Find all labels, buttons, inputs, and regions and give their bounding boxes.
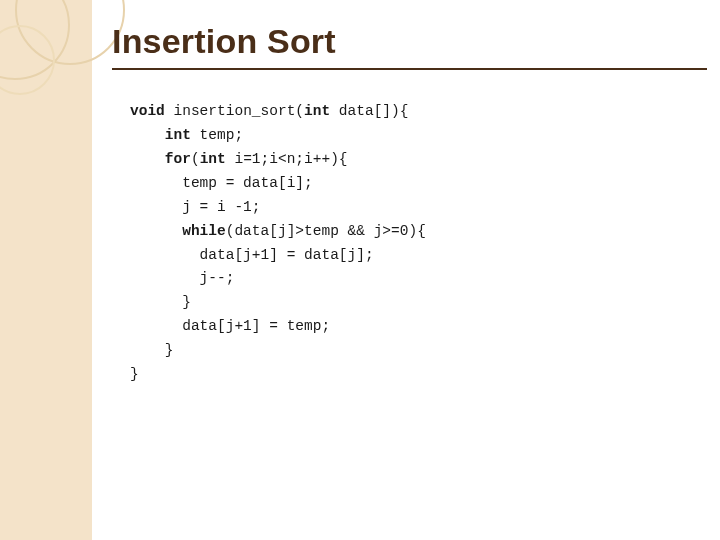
title-underline: [112, 68, 707, 70]
code-keyword: int: [304, 103, 330, 119]
code-text: }: [130, 342, 174, 358]
code-text: data[j+1] = data[j];: [130, 247, 374, 263]
code-text: (data[j]>temp && j>=0){: [226, 223, 426, 239]
code-text: data[]){: [330, 103, 408, 119]
code-text: (: [191, 151, 200, 167]
code-text: i=1;i<n;i++){: [226, 151, 348, 167]
code-text: }: [130, 366, 139, 382]
code-text: temp = data[i];: [130, 175, 313, 191]
code-keyword: for: [130, 151, 191, 167]
left-vertical-band: [0, 0, 92, 540]
code-keyword: while: [130, 223, 226, 239]
code-text: insertion_sort(: [165, 103, 304, 119]
slide-title: Insertion Sort: [112, 22, 336, 61]
code-text: data[j+1] = temp;: [130, 318, 330, 334]
code-text: }: [130, 294, 191, 310]
code-text: j--;: [130, 270, 234, 286]
code-keyword: int: [130, 127, 191, 143]
code-text: temp;: [191, 127, 243, 143]
code-keyword: void: [130, 103, 165, 119]
slide: Insertion Sort void insertion_sort(int d…: [0, 0, 720, 540]
code-block: void insertion_sort(int data[]){ int tem…: [130, 100, 426, 387]
code-keyword: int: [200, 151, 226, 167]
code-text: j = i -1;: [130, 199, 261, 215]
